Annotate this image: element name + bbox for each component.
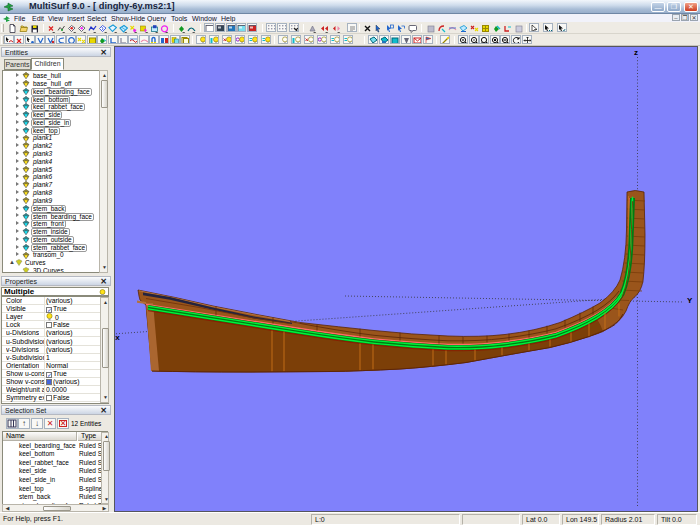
svg-text:Y: Y [687, 296, 693, 305]
svg-text:z: z [634, 48, 638, 57]
svg-text:x: x [115, 333, 120, 342]
